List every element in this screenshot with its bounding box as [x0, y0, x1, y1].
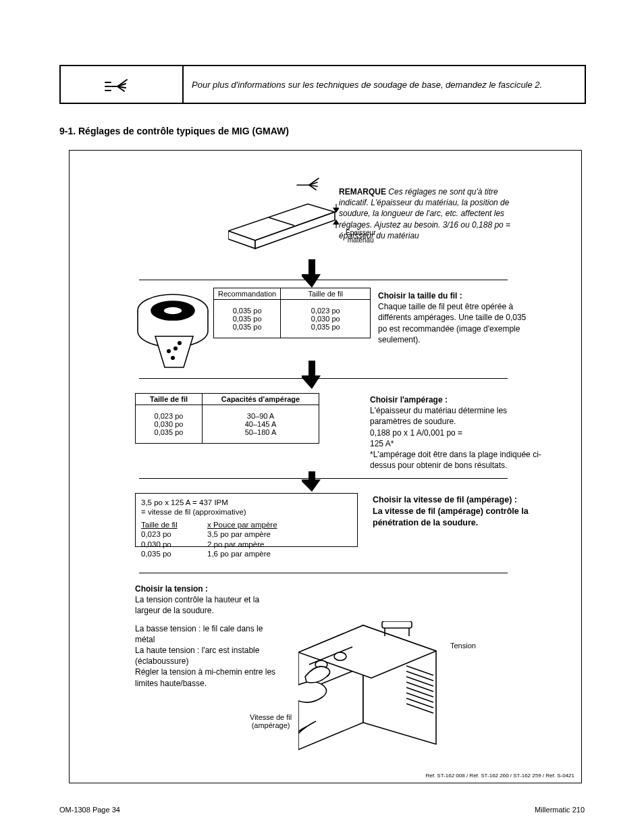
svg-point-15 [171, 357, 174, 359]
wire-size-table: Recommandation Taille de fil 0,035 po 0,… [213, 288, 371, 338]
step4-text: Choisir la vitesse de fil (ampérage) : L… [373, 494, 541, 529]
svg-point-32 [334, 652, 346, 660]
welding-machine-illustration [298, 621, 440, 759]
table-header: Recommandation [214, 288, 281, 300]
divider [139, 478, 508, 479]
svg-rect-19 [382, 621, 412, 628]
divider [139, 280, 508, 280]
hint-text: Pour plus d'informations sur les techniq… [184, 66, 585, 103]
wire-spool-illustration [135, 284, 211, 373]
step2-text: Choisir la taille du fil : Chaque taille… [378, 290, 533, 345]
page-footer: OM-1308 Page 34 Millermatic 210 [59, 806, 585, 814]
divider [139, 378, 508, 379]
manual-page: Pour plus d'informations sur les techniq… [0, 0, 644, 834]
note-title: REMARQUE [339, 187, 386, 197]
table-cell: 30–90 A 40–145 A 50–180 A [203, 405, 319, 444]
table-header: Taille de fil [281, 288, 371, 300]
wire-speed-label: Vitesse de fil (ampérage) [250, 713, 292, 729]
table-cell: 0,023 po 0,030 po 0,035 po [281, 300, 371, 338]
svg-point-13 [174, 347, 177, 350]
hand-icon [61, 66, 184, 103]
table-cell: 0,035 po 0,035 po 0,035 po [214, 300, 281, 338]
thickness-label: Épaisseur matériau [346, 230, 375, 244]
footer-left: OM-1308 Page 34 [59, 806, 120, 814]
divider [139, 573, 508, 573]
table-cell: 0,023 po 0,030 po 0,035 po [136, 405, 203, 444]
step3-text: Choisir l'ampérage : L'épaisseur du maté… [370, 394, 545, 471]
material-plate-illustration [228, 173, 339, 261]
hint-bar: Pour plus d'informations sur les techniq… [59, 65, 586, 104]
footer-right: Millermatic 210 [535, 806, 585, 814]
reference-codes: Ref. ST-162 008 / Ref. ST-162 260 / ST-1… [425, 773, 574, 779]
svg-point-14 [178, 342, 181, 344]
voltage-label: Tension [450, 642, 476, 650]
table-header: Capacités d'ampérage [203, 394, 319, 405]
wire-speed-box: 3,5 po x 125 A = 437 IPM = vitesse de fi… [135, 493, 358, 547]
step5-left-text: Choisir la tension : La tension contrôle… [135, 583, 284, 689]
svg-marker-11 [155, 336, 193, 367]
svg-point-10 [163, 307, 182, 315]
amperage-table: Taille de fil Capacités d'ampérage 0,023… [135, 393, 319, 444]
table-header: Taille de fil [136, 394, 203, 405]
section-title: 9-1. Réglages de contrôle typiques de MI… [59, 126, 289, 136]
svg-point-12 [167, 350, 170, 353]
